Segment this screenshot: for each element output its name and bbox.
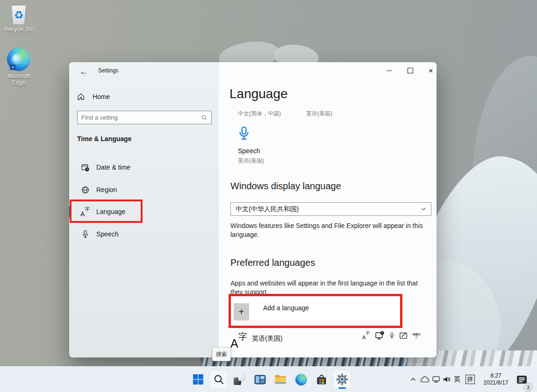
back-icon: ← <box>80 67 88 77</box>
taskbar: 英 拼 8:27 2021/6/17 3 <box>0 366 537 392</box>
ime-latin-label: 英 <box>454 375 460 384</box>
display-language-description: Windows features like Settings and File … <box>230 221 429 239</box>
summary-language-secondary: 英语(美国) <box>306 110 332 118</box>
widgets-button[interactable] <box>250 369 270 390</box>
home-icon <box>77 93 85 101</box>
notification-icon: 3 <box>517 376 527 384</box>
language-item-name: 英语(美国) <box>252 335 282 343</box>
search-input[interactable] <box>78 114 201 121</box>
maximize-icon <box>408 68 413 73</box>
desktop-icon-microsoft-edge[interactable]: ↗ Microsoft Edge <box>4 48 34 86</box>
back-button[interactable]: ← <box>76 65 92 79</box>
highlight-box-add-language <box>229 294 402 328</box>
file-explorer-button[interactable] <box>270 369 291 390</box>
close-button[interactable]: ✕ <box>421 62 437 79</box>
microphone-icon <box>80 230 90 239</box>
edge-icon-swirl <box>12 53 26 65</box>
widgets-icon <box>254 375 266 385</box>
task-view-icon <box>234 374 245 385</box>
tray-date: 2021/6/17 <box>483 379 508 386</box>
default-app-language-icon <box>375 331 385 340</box>
tray-show-hidden-icons[interactable] <box>409 367 417 392</box>
tray-ime-language[interactable]: 英 <box>454 367 460 392</box>
taskbar-center-icons <box>188 369 352 390</box>
basic-typing-capability-icon: ABC ✓ <box>413 333 421 339</box>
chevron-down-icon <box>421 207 426 211</box>
sidebar-item-speech[interactable]: Speech <box>69 223 219 245</box>
desktop-icon-label: Recycle Bin <box>4 26 34 33</box>
close-icon: ✕ <box>429 67 434 74</box>
edge-icon: ↗ <box>7 48 30 71</box>
recycle-bin-icon: ♻ <box>11 6 27 24</box>
recycle-symbol: ♻ <box>11 9 27 21</box>
ethernet-icon <box>432 375 441 384</box>
speaker-icon <box>442 375 451 384</box>
sidebar-section-header: Time & Language <box>77 135 131 143</box>
notification-count-badge: 3 <box>523 383 533 392</box>
task-view-front-square <box>238 374 245 381</box>
speech-tile-label: Speech <box>238 147 308 155</box>
speech-mic-icon <box>238 126 308 144</box>
chevron-up-icon <box>409 376 417 383</box>
cloud-icon <box>420 376 430 383</box>
preferred-language-item[interactable]: A字 英语(美国) A字 ABC ✓ <box>230 328 429 353</box>
sidebar-item-label: Region <box>96 186 117 193</box>
language-pack-icon: A字 <box>230 331 247 350</box>
desktop-icon-label: Microsoft Edge <box>1 73 36 86</box>
settings-gear-icon <box>336 373 348 385</box>
speech-tile-value: 英语(美国) <box>238 157 308 165</box>
microsoft-store-button[interactable] <box>311 369 332 390</box>
handwriting-capability-icon <box>399 331 408 340</box>
tray-ime-mode[interactable]: 拼 <box>465 367 475 392</box>
highlight-box-language-nav <box>70 200 143 223</box>
shortcut-arrow-icon: ↗ <box>10 64 15 70</box>
summary-language-primary: 中文(简体，中国) <box>238 110 281 118</box>
preferred-languages-header: Preferred languages <box>230 257 315 268</box>
home-label: Home <box>93 93 110 100</box>
display-language-value: 中文(中华人民共和国) <box>236 205 299 214</box>
task-view-button[interactable] <box>229 369 250 390</box>
minimize-icon <box>387 71 392 71</box>
language-capability-icons: A字 ABC ✓ <box>361 330 421 341</box>
find-a-setting-searchbox[interactable] <box>77 111 212 124</box>
search-tooltip-text: 搜索 <box>216 350 227 358</box>
calendar-clock-icon <box>80 163 90 172</box>
sidebar-item-label: Date & time <box>96 164 130 171</box>
search-button[interactable] <box>208 369 229 390</box>
edge-button[interactable] <box>291 369 311 390</box>
sidebar-item-date-time[interactable]: Date & time <box>69 156 219 178</box>
globe-icon <box>80 185 90 194</box>
desktop-icon-recycle-bin[interactable]: ♻ Recycle Bin <box>4 6 34 33</box>
settings-button[interactable] <box>332 369 352 390</box>
display-language-dropdown[interactable]: 中文(中华人民共和国) <box>230 202 431 216</box>
tray-time: 8:27 <box>490 372 501 379</box>
active-app-indicator <box>338 387 346 389</box>
sidebar-item-home[interactable]: Home <box>77 89 161 104</box>
start-button[interactable] <box>188 369 208 390</box>
notification-center-button[interactable]: 3 <box>517 367 527 392</box>
tray-network[interactable] <box>432 367 441 392</box>
maximize-button[interactable] <box>400 62 421 79</box>
search-icon <box>213 374 224 385</box>
file-explorer-icon <box>274 374 286 385</box>
window-title: Settings <box>98 67 118 74</box>
edge-icon <box>295 374 307 385</box>
windows-start-icon <box>193 374 204 385</box>
display-language-capability-icon: A字 <box>362 331 370 340</box>
minimize-button[interactable] <box>379 62 399 79</box>
display-language-header: Windows display language <box>230 181 341 192</box>
search-icon <box>201 114 208 121</box>
microsoft-store-icon <box>316 374 327 385</box>
tray-volume[interactable] <box>442 367 451 392</box>
ime-pinyin-badge: 拼 <box>465 375 475 384</box>
page-title: Language <box>229 86 288 101</box>
speech-tile[interactable]: Speech 英语(美国) <box>238 126 308 165</box>
tray-clock[interactable]: 8:27 2021/6/17 <box>478 367 514 392</box>
sidebar-item-region[interactable]: Region <box>69 178 219 201</box>
tray-onedrive[interactable] <box>420 367 430 392</box>
search-tooltip: 搜索 <box>212 347 231 361</box>
speech-capability-icon <box>389 331 395 340</box>
sidebar-item-label: Speech <box>96 230 118 238</box>
